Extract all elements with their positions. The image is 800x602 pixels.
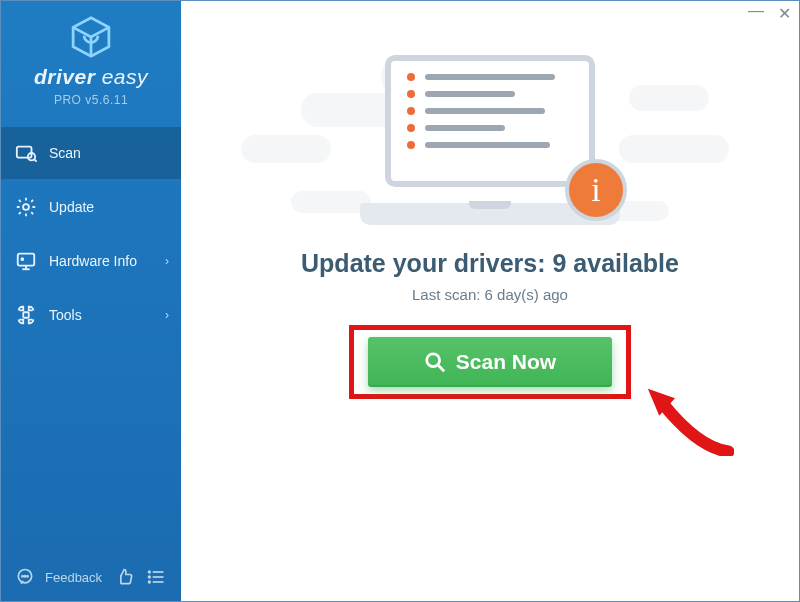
svg-point-15 — [149, 571, 151, 573]
sidebar-item-tools[interactable]: Tools › — [1, 289, 181, 341]
nav: Scan Update — [1, 127, 181, 343]
scan-now-button[interactable]: Scan Now — [368, 337, 612, 387]
svg-point-13 — [24, 576, 25, 577]
scan-icon — [15, 142, 37, 164]
info-badge-icon: i — [565, 159, 627, 221]
svg-point-5 — [23, 204, 29, 210]
sidebar-item-label: Tools — [49, 307, 82, 323]
svg-rect-6 — [18, 254, 35, 266]
scan-button-highlight: Scan Now — [349, 325, 631, 399]
scan-now-label: Scan Now — [456, 350, 556, 374]
annotation-arrow-icon — [644, 386, 734, 456]
svg-rect-2 — [17, 147, 32, 158]
brand-block: driver easy PRO v5.6.11 — [1, 1, 181, 125]
sidebar-item-label: Hardware Info — [49, 253, 137, 269]
app-logo-icon — [69, 15, 113, 59]
gear-icon — [15, 196, 37, 218]
last-scan-text: Last scan: 6 day(s) ago — [412, 286, 568, 303]
chevron-right-icon: › — [165, 254, 169, 268]
close-button[interactable]: ✕ — [778, 7, 791, 21]
svg-point-9 — [21, 258, 23, 260]
main-pane: i Update your drivers: 9 available Last … — [181, 1, 799, 601]
tools-icon — [15, 304, 37, 326]
svg-line-22 — [438, 365, 444, 371]
svg-point-17 — [149, 576, 151, 578]
svg-rect-10 — [23, 312, 29, 318]
svg-point-19 — [149, 581, 151, 583]
headline: Update your drivers: 9 available — [301, 249, 679, 278]
titlebar-buttons: — ✕ — [748, 7, 791, 21]
laptop-illustration: i — [355, 55, 625, 225]
sidebar-item-hardware-info[interactable]: Hardware Info › — [1, 235, 181, 287]
hardware-icon — [15, 250, 37, 272]
sidebar-item-scan[interactable]: Scan — [1, 127, 181, 179]
sidebar-item-update[interactable]: Update — [1, 181, 181, 233]
thumbs-up-icon[interactable] — [115, 567, 135, 587]
magnifier-icon — [424, 351, 446, 373]
feedback-label[interactable]: Feedback — [45, 570, 105, 585]
svg-point-21 — [427, 354, 440, 367]
svg-line-4 — [34, 159, 36, 161]
svg-marker-23 — [648, 389, 675, 416]
chevron-right-icon: › — [165, 308, 169, 322]
list-icon[interactable] — [145, 567, 167, 587]
svg-point-12 — [22, 576, 23, 577]
feedback-icon[interactable] — [15, 567, 35, 587]
brand-version: PRO v5.6.11 — [1, 93, 181, 107]
sidebar-item-label: Update — [49, 199, 94, 215]
available-count: 9 — [552, 249, 566, 277]
sidebar: driver easy PRO v5.6.11 Scan — [1, 1, 181, 601]
sidebar-footer: Feedback — [1, 557, 181, 601]
minimize-button[interactable]: — — [748, 4, 764, 18]
app-window: — ✕ driver easy PRO v5.6.11 — [0, 0, 800, 602]
svg-point-14 — [27, 576, 28, 577]
brand-name: driver easy — [1, 65, 181, 89]
sidebar-item-label: Scan — [49, 145, 81, 161]
